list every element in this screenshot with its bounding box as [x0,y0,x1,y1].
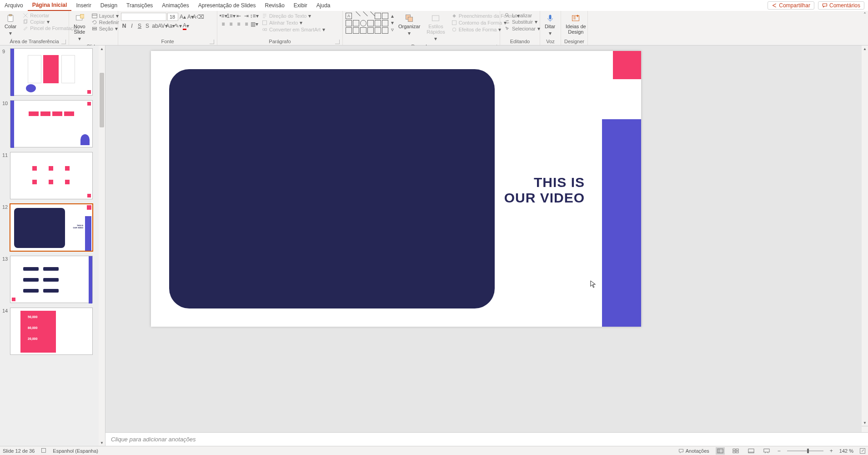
dictate-button[interactable]: Ditar▾ [543,13,557,37]
bullets-icon[interactable]: •≡▾ [220,13,226,19]
decor-purple-block[interactable] [602,119,641,327]
case-icon[interactable]: Aa▾ [167,23,174,29]
section-button[interactable]: Seção▾ [90,25,121,32]
shape-rect[interactable] [353,20,359,26]
line-spacing-icon[interactable]: ↕≡▾ [251,13,257,19]
tab-revisao[interactable]: Revisão [260,0,289,11]
shape-rect[interactable] [382,13,388,19]
tab-arquivo[interactable]: Arquivo [0,0,28,11]
slide-thumbnail-13[interactable]: 13 [10,256,93,303]
shape-arrow[interactable] [367,20,374,26]
arrange-button[interactable]: Organizar▾ [396,13,422,37]
highlight-icon[interactable]: ✎▾ [175,23,181,29]
view-normal-icon[interactable] [716,447,725,455]
font-name-input[interactable] [121,13,166,21]
strike-icon[interactable]: S [144,23,151,29]
tab-animacoes[interactable]: Animações [157,0,193,11]
indent-icon[interactable]: ⇥ [243,13,250,19]
collapse-ribbon-icon[interactable]: ˄ [863,12,866,18]
comments-button[interactable]: Comentários [818,1,864,10]
columns-icon[interactable]: ▥▾ [251,21,257,27]
text-direction-button[interactable]: Direção do Texto▾ [260,13,327,19]
notes-pane[interactable]: Clique para adicionar anotações [105,432,868,446]
paste-button[interactable]: Colar ▾ [3,13,18,37]
zoom-out-icon[interactable]: − [778,448,781,454]
dialog-launcher-icon[interactable] [210,40,214,44]
shape-line[interactable] [366,11,375,20]
shape-curve[interactable] [353,27,359,34]
justify-icon[interactable]: ≡ [243,21,250,27]
reset-button[interactable]: Redefinir [90,20,121,25]
language-status[interactable]: Espanhol (Espanha) [53,448,98,454]
video-placeholder[interactable] [169,69,495,308]
scroll-up-icon[interactable]: ▲ [99,46,105,52]
share-button[interactable]: Compartilhar [768,1,814,10]
scroll-down-icon[interactable]: ▼ [862,420,868,426]
align-center-icon[interactable]: ≡ [228,21,234,27]
slide-canvas-area[interactable]: THIS IS OUR VIDEO [105,46,868,432]
shapes-gallery[interactable] [346,13,388,34]
zoom-in-icon[interactable]: + [830,448,833,454]
align-text-button[interactable]: Alinhar Texto▾ [260,20,327,26]
italic-icon[interactable]: I [129,23,135,29]
editor-scrollbar[interactable]: ▲ ▼ [862,46,868,432]
shape-arrow[interactable] [382,20,388,26]
tab-home[interactable]: Página Inicial [28,0,72,11]
zoom-level[interactable]: 142 % [839,448,853,454]
slide-thumbnail-10[interactable]: 10 [10,100,93,147]
view-reading-icon[interactable] [747,447,756,455]
shadow-icon[interactable]: ab [152,23,158,29]
increase-font-icon[interactable]: A▴ [180,14,186,20]
tab-transicoes[interactable]: Transições [122,0,157,11]
zoom-knob[interactable] [807,449,809,453]
shape-rect[interactable] [346,20,352,26]
smartart-button[interactable]: Converter em SmartArt▾ [260,26,327,33]
shape-arrow[interactable] [375,20,381,26]
layout-button[interactable]: Layout▾ [90,13,121,19]
tab-inserir[interactable]: Inserir [71,0,95,11]
view-sorter-icon[interactable] [731,447,740,455]
decor-pink-block[interactable] [613,51,641,79]
new-slide-button[interactable]: Novo Slide ▾ [72,13,87,43]
shape-textbox[interactable] [346,13,352,19]
font-color-icon[interactable]: A▾ [183,23,189,29]
fit-slide-icon[interactable] [862,426,868,432]
scroll-up-icon[interactable]: ▲ [862,46,868,52]
expand-gallery-icon[interactable]: ▿ [391,26,394,33]
shape-curve[interactable] [346,27,352,34]
scroll-up-icon[interactable]: ▴ [391,13,394,19]
numbering-icon[interactable]: 1≡▾ [228,13,234,19]
shape-star[interactable] [375,27,381,34]
shape-rect[interactable] [375,13,381,19]
slide-thumbnail-14[interactable]: 14 50,000 80,000 20,000 [10,308,93,355]
slide-title[interactable]: THIS IS OUR VIDEO [504,175,585,206]
slide-thumbnail-12[interactable]: 12 THIS ISOUR VIDEO [10,204,93,251]
slide-thumbnail-9[interactable]: 9 [10,48,93,96]
design-ideas-button[interactable]: Ideias de Design [564,13,588,35]
select-button[interactable]: Selecionar▾ [503,25,542,32]
clear-format-icon[interactable]: A⌫ [195,14,201,20]
accessibility-icon[interactable] [41,448,46,454]
slide-thumbnail-11[interactable]: 11 [10,152,93,199]
shape-action[interactable] [382,27,388,34]
spacing-icon[interactable]: AV▾ [160,23,166,29]
shape-brace[interactable] [360,27,366,34]
font-size-input[interactable] [167,13,178,21]
shape-oval[interactable] [360,20,366,26]
tab-ajuda[interactable]: Ajuda [312,0,335,11]
thumbnail-scrollbar[interactable]: ▲ ▼ [99,46,105,446]
find-button[interactable]: Localizar [503,13,542,18]
slide[interactable]: THIS IS OUR VIDEO [151,51,641,327]
align-right-icon[interactable]: ≡ [236,21,242,27]
dialog-launcher-icon[interactable] [61,40,66,44]
scroll-down-icon[interactable]: ▾ [391,20,394,26]
replace-button[interactable]: Substituir▾ [503,19,542,25]
tab-exibir[interactable]: Exibir [289,0,312,11]
view-slideshow-icon[interactable] [762,447,771,455]
quick-styles-button[interactable]: Estilos Rápidos▾ [425,13,447,43]
scroll-handle[interactable] [100,73,104,127]
scroll-down-icon[interactable]: ▼ [99,440,105,446]
zoom-slider[interactable] [787,450,823,451]
tab-apresentacao[interactable]: Apresentação de Slides [194,0,261,11]
shape-brace[interactable] [367,27,374,34]
